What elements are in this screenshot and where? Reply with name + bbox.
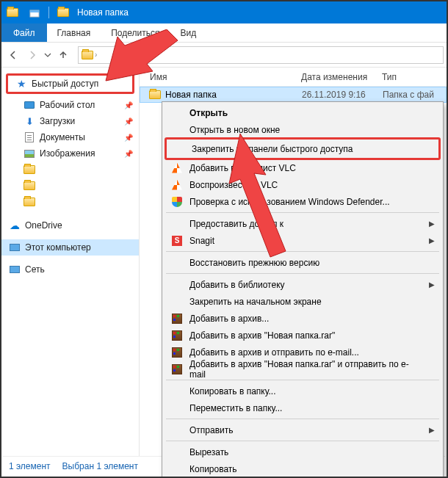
tree-label: Загрузки — [40, 116, 75, 126]
tree-desktop[interactable]: Рабочий стол 📌 — [1, 97, 139, 113]
tree-label: OneDrive — [25, 220, 62, 231]
cm-pin-start[interactable]: Закрепить на начальном экране — [165, 293, 441, 310]
back-button[interactable] — [4, 46, 22, 64]
folder-title-icon — [57, 6, 70, 19]
folder-icon — [24, 180, 35, 192]
chevron-right-icon: ▶ — [429, 280, 435, 289]
qat-divider — [48, 7, 49, 18]
star-icon: ★ — [15, 78, 27, 90]
file-date: 26.11.2019 9:16 — [302, 90, 383, 100]
cm-copy[interactable]: Копировать — [165, 460, 441, 477]
cm-vlc-play[interactable]: Воспроизвести в VLC — [165, 176, 441, 193]
cm-grant-access[interactable]: Предоставить доступ к▶ — [165, 215, 441, 232]
tree-documents[interactable]: Документы 📌 — [1, 129, 139, 145]
tree-this-pc[interactable]: Этот компьютер — [1, 239, 139, 256]
up-button[interactable] — [54, 46, 72, 64]
ribbon-tabs: Файл Главная Поделиться Вид — [1, 23, 447, 43]
cm-separator — [166, 251, 439, 252]
pin-icon: 📌 — [124, 150, 133, 158]
document-icon — [24, 131, 35, 143]
cm-separator — [166, 441, 439, 441]
file-row[interactable]: Новая папка 26.11.2019 9:16 Папка с фай — [140, 87, 447, 103]
tree-label: Изображения — [40, 148, 95, 159]
column-type[interactable]: Тип — [382, 72, 447, 82]
svg-rect-1 — [30, 10, 39, 12]
tree-label: Документы — [40, 132, 85, 142]
cm-open[interactable]: Открыть — [165, 104, 441, 121]
vlc-icon — [170, 162, 184, 175]
cm-vlc-playlist[interactable]: Добавить в плейлист VLC — [165, 159, 441, 176]
folder-icon — [24, 164, 35, 175]
cm-separator — [166, 380, 439, 380]
tree-recent-folder-3[interactable] — [1, 194, 139, 210]
address-folder-icon — [82, 51, 93, 59]
window-title: Новая папка — [77, 7, 129, 18]
context-menu: Открыть Открыть в новом окне Закрепить н… — [162, 101, 444, 478]
cm-open-new-window[interactable]: Открыть в новом окне — [165, 121, 441, 138]
column-name[interactable]: Имя — [140, 72, 301, 82]
file-type: Папка с фай — [383, 90, 446, 100]
titlebar: Новая папка — [1, 1, 447, 23]
cm-add-library[interactable]: Добавить в библиотеку▶ — [165, 276, 441, 293]
pin-icon: 📌 — [124, 134, 133, 142]
tab-share[interactable]: Поделиться — [101, 23, 170, 42]
cm-move-to-folder[interactable]: Переместить в папку... — [165, 399, 441, 416]
cm-restore-prev[interactable]: Восстановить прежнюю версию — [165, 254, 441, 271]
tree-quick-access[interactable]: ★ Быстрый доступ — [8, 76, 132, 92]
folder-icon — [24, 196, 35, 208]
cm-cut[interactable]: Вырезать — [165, 443, 441, 460]
navbar: › — [1, 43, 447, 68]
chevron-right-icon[interactable]: › — [95, 51, 97, 59]
tab-view[interactable]: Вид — [170, 23, 206, 42]
highlight-quick-access: ★ Быстрый доступ — [6, 73, 134, 94]
cm-pin-quick-access[interactable]: Закрепить на панели быстрого доступа — [167, 140, 438, 157]
qat-properties-icon[interactable] — [28, 6, 41, 19]
recent-dropdown[interactable] — [43, 46, 53, 64]
cm-separator — [166, 419, 439, 419]
chevron-right-icon: ▶ — [429, 220, 435, 228]
defender-icon — [170, 195, 184, 209]
folder-app-icon — [6, 6, 19, 19]
desktop-icon — [24, 99, 35, 111]
cm-send-to[interactable]: Отправить▶ — [165, 421, 441, 438]
forward-button[interactable] — [24, 46, 41, 64]
cm-rar-add[interactable]: Добавить в архив... — [165, 310, 441, 327]
tree-label: Сеть — [25, 264, 45, 275]
column-date[interactable]: Дата изменения — [301, 72, 382, 82]
cloud-icon: ☁ — [9, 220, 21, 231]
chevron-right-icon: ▶ — [429, 426, 435, 434]
cm-separator — [166, 212, 439, 213]
tab-file[interactable]: Файл — [1, 23, 47, 42]
chevron-right-icon: ▶ — [429, 236, 435, 245]
cm-copy-to-folder[interactable]: Копировать в папку... — [165, 383, 441, 399]
pc-icon — [9, 242, 21, 253]
folder-icon — [149, 90, 161, 99]
tree-recent-folder-2[interactable] — [1, 178, 139, 194]
pin-icon: 📌 — [124, 117, 133, 126]
status-selection: Выбран 1 элемент — [62, 461, 138, 471]
column-headers: Имя Дата изменения Тип — [140, 68, 447, 87]
file-name: Новая папка — [165, 90, 217, 100]
cm-defender[interactable]: Проверка с использованием Windows Defend… — [165, 193, 441, 210]
tree-label: Рабочий стол — [40, 100, 95, 110]
winrar-icon — [170, 312, 184, 325]
address-bar[interactable]: › — [78, 46, 444, 64]
tree-pictures[interactable]: Изображения 📌 — [1, 145, 139, 162]
network-icon — [9, 264, 21, 275]
tab-home[interactable]: Главная — [47, 23, 101, 42]
navigation-pane: ★ Быстрый доступ Рабочий стол 📌 ⬇ Загруз… — [1, 68, 140, 457]
cm-rar-add-named[interactable]: Добавить в архив "Новая папка.rar" — [165, 327, 441, 344]
tree-network[interactable]: Сеть — [1, 261, 139, 278]
highlight-pin-quick-access: Закрепить на панели быстрого доступа — [165, 137, 441, 160]
tree-onedrive[interactable]: ☁ OneDrive — [1, 217, 139, 233]
cm-separator — [166, 273, 439, 274]
winrar-icon — [170, 329, 184, 342]
download-icon: ⬇ — [24, 115, 35, 127]
pictures-icon — [24, 148, 35, 159]
tree-recent-folder-1[interactable] — [1, 162, 139, 178]
tree-label: Этот компьютер — [25, 242, 91, 253]
tree-label: Быстрый доступ — [32, 79, 98, 89]
cm-rar-named-email[interactable]: Добавить в архив "Новая папка.rar" и отп… — [165, 361, 441, 377]
tree-downloads[interactable]: ⬇ Загрузки 📌 — [1, 113, 139, 129]
cm-snagit[interactable]: SSnagit▶ — [165, 232, 441, 249]
